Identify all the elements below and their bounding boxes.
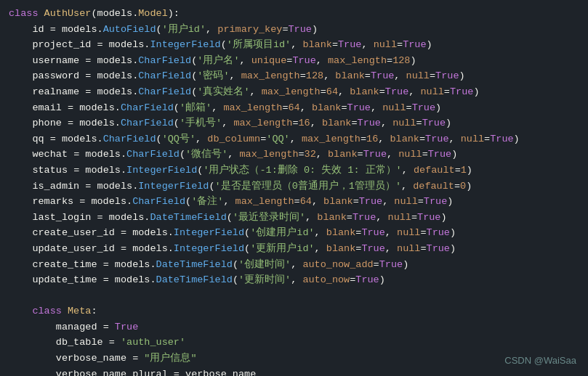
line-6: realname = models.CharField('真实姓名', max_… — [9, 84, 579, 100]
line-11: status = models.IntegerField('用户状态（-1:删除… — [9, 163, 579, 179]
line-24: verbose_name_plural = verbose_name — [9, 367, 579, 376]
line-21: managed = True — [9, 319, 579, 335]
line-22: db_table = 'auth_user' — [9, 335, 579, 351]
line-13: remarks = models.CharField('备注', max_len… — [9, 194, 579, 210]
line-5: password = models.CharField('密码', max_le… — [9, 68, 579, 84]
line-8: phone = models.CharField('手机号', max_leng… — [9, 115, 579, 131]
line-14: last_login = models.DateTimeField('最近登录时… — [9, 210, 579, 226]
line-20: class Meta: — [9, 303, 579, 319]
line-4: username = models.CharField('用户名', uniqu… — [9, 53, 579, 69]
line-9: qq = models.CharField('QQ号', db_column='… — [9, 131, 579, 147]
line-12: is_admin = models.IntegerField('是否是管理员（0… — [9, 179, 579, 195]
line-7: email = models.CharField('邮箱', max_lengt… — [9, 100, 579, 116]
watermark: CSDN @WaiSaa — [504, 353, 576, 369]
line-3: project_id = models.IntegerField('所属项目id… — [9, 37, 579, 53]
line-2: id = models.AutoField('用户id', primary_ke… — [9, 22, 579, 38]
line-18: update_time = models.DateTimeField('更新时间… — [9, 272, 579, 288]
line-16: update_user_id = models.IntegerField('更新… — [9, 241, 579, 257]
line-19 — [9, 288, 579, 304]
line-1: class AuthUser(models.Model): — [9, 6, 579, 22]
code-block: class AuthUser(models.Model): id = model… — [0, 0, 588, 376]
line-15: create_user_id = models.IntegerField('创建… — [9, 225, 579, 241]
line-17: create_time = models.DateTimeField('创建时间… — [9, 257, 579, 273]
line-23: verbose_name = "用户信息" — [9, 351, 579, 367]
line-10: wechat = models.CharField('微信号', max_len… — [9, 147, 579, 163]
